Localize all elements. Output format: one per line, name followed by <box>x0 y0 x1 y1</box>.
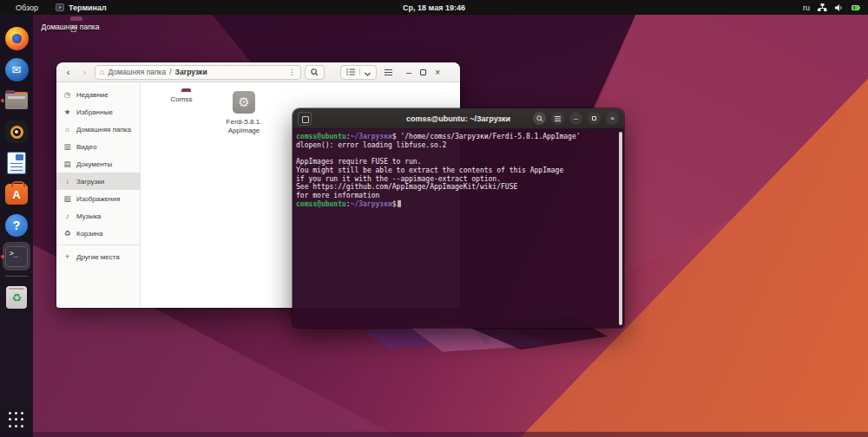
search-icon <box>536 115 543 122</box>
sidebar-item-label: Видео <box>76 143 96 151</box>
video-icon: ▥ <box>63 142 71 151</box>
download-icon: ↓ <box>63 177 71 186</box>
dock-separator <box>5 276 28 277</box>
sidebar-item-starred[interactable]: ★ Избранные <box>56 103 140 121</box>
terminal-line-output: dlopen(): error loading libfuse.so.2 <box>296 141 615 150</box>
terminal-line-output <box>296 149 615 158</box>
terminal-cursor <box>398 200 401 207</box>
sidebar-item-documents[interactable]: ▤ Документы <box>56 155 140 173</box>
terminal-line-command: comss@ubuntu:~/Загрузки$ '/home/comss/За… <box>296 133 615 141</box>
maximize-button[interactable] <box>588 112 601 125</box>
sidebar-item-label: Музыка <box>76 212 101 220</box>
terminal-header-bar: comss@ubuntu: ~/Загрузки – × <box>293 108 624 129</box>
terminal-search-button[interactable] <box>533 112 546 125</box>
files-sidebar: ◷ Недавние ★ Избранные ⌂ Домашняя папка … <box>56 82 141 307</box>
keyboard-layout-indicator[interactable]: ru <box>803 3 810 12</box>
sidebar-item-label: Недавние <box>76 91 108 99</box>
terminal-line-output: if you run it with the --appimage-extrac… <box>296 175 615 184</box>
thunderbird-icon: ✉ <box>5 58 29 82</box>
search-button[interactable] <box>305 65 325 80</box>
focused-app-menu[interactable]: > Терминал <box>56 3 107 12</box>
document-icon: ▤ <box>63 160 71 168</box>
dock-item-thunderbird[interactable]: ✉ <box>0 54 33 85</box>
sidebar-item-label: Корзина <box>76 230 102 238</box>
network-icon[interactable] <box>818 3 827 12</box>
sidebar-item-other-places[interactable]: + Другие места <box>56 248 140 265</box>
dock-item-files[interactable] <box>0 85 33 116</box>
sidebar-item-videos[interactable]: ▥ Видео <box>56 138 140 155</box>
help-icon: ? <box>5 214 28 237</box>
terminal-scrollbar[interactable] <box>619 132 622 325</box>
breadcrumb-current[interactable]: Загрузки <box>175 68 207 76</box>
terminal-content[interactable]: comss@ubuntu:~/Загрузки$ '/home/comss/За… <box>293 129 624 328</box>
desktop-home-folder[interactable]: ⌂ Домашняя папка <box>36 19 104 31</box>
sidebar-item-label: Избранные <box>76 108 113 116</box>
hamburger-menu-icon <box>555 116 561 121</box>
dock-item-ubuntu-software[interactable]: A <box>0 179 33 210</box>
dock-item-trash[interactable]: ♻ <box>0 282 33 313</box>
sidebar-item-label: Домашняя папка <box>76 126 131 134</box>
terminal-menu-button[interactable] <box>551 112 564 125</box>
hamburger-menu-icon[interactable] <box>380 65 396 80</box>
activities-button[interactable]: Обзор <box>10 2 43 14</box>
dock: ✉ A ? >_ ♻ <box>0 15 33 437</box>
files-header-bar: ‹ › ⌂ Домашняя папка / Загрузки ⋮ <box>56 62 460 82</box>
sidebar-item-recent[interactable]: ◷ Недавние <box>56 86 140 103</box>
sidebar-item-trash[interactable]: ♻ Корзина <box>56 225 140 242</box>
sidebar-item-pictures[interactable]: ▧ Изображения <box>56 190 140 207</box>
breadcrumb-separator: / <box>169 68 171 76</box>
terminal-line-output: AppImages require FUSE to run. <box>296 158 615 166</box>
file-item-ferdi-appimage[interactable]: ⚙ Ferdi-5.8.1. AppImage <box>219 91 269 134</box>
sidebar-item-music[interactable]: ♪ Музыка <box>56 207 140 225</box>
sidebar-item-label: Документы <box>76 160 112 168</box>
chevron-down-icon[interactable] <box>365 64 371 80</box>
back-button[interactable]: ‹ <box>62 66 75 79</box>
firefox-icon <box>5 27 29 50</box>
forward-button[interactable]: › <box>78 66 91 79</box>
home-icon: ⌂ <box>100 68 104 76</box>
battery-icon[interactable] <box>852 5 859 10</box>
dock-item-libreoffice-writer[interactable] <box>0 147 33 179</box>
star-icon: ★ <box>63 108 71 116</box>
terminal-window: comss@ubuntu: ~/Загрузки – × comss@ubunt… <box>293 108 624 328</box>
sidebar-item-home[interactable]: ⌂ Домашняя папка <box>56 121 140 138</box>
minimize-button[interactable]: – <box>569 112 582 125</box>
app-grid-button[interactable] <box>9 412 25 428</box>
dock-item-help[interactable]: ? <box>0 210 33 241</box>
top-bar: Обзор > Терминал Ср, 18 мая 19:46 ru <box>0 0 868 15</box>
search-icon <box>311 68 319 76</box>
maximize-button[interactable] <box>420 69 426 75</box>
ubuntu-software-icon: A <box>5 184 28 205</box>
volume-icon[interactable] <box>835 3 844 12</box>
terminal-title: comss@ubuntu: ~/Загрузки <box>406 114 510 123</box>
file-label: Ferdi-5.8.1. AppImage <box>219 118 269 134</box>
close-button[interactable]: × <box>606 112 619 125</box>
close-button[interactable]: × <box>435 68 440 77</box>
terminal-line-output: See https://github.com/AppImage/AppImage… <box>296 183 615 192</box>
breadcrumb[interactable]: ⌂ Домашняя папка / Загрузки ⋮ <box>95 65 301 80</box>
clock-icon: ◷ <box>63 90 71 99</box>
dock-item-firefox[interactable] <box>0 23 33 54</box>
home-icon: ⌂ <box>63 125 71 134</box>
sidebar-item-label: Изображения <box>76 195 120 203</box>
image-icon: ▧ <box>63 194 71 203</box>
view-toggle[interactable] <box>340 65 377 80</box>
trash-icon: ♻ <box>6 286 27 309</box>
breadcrumb-root[interactable]: Домашняя папка <box>108 68 166 76</box>
clock[interactable]: Ср, 18 мая 19:46 <box>403 3 465 12</box>
dock-item-rhythmbox[interactable] <box>0 116 33 147</box>
terminal-line-output: You might still be able to extract the c… <box>296 166 615 175</box>
dock-item-terminal[interactable]: >_ <box>0 241 33 272</box>
new-tab-button[interactable] <box>298 112 312 126</box>
executable-gear-icon: ⚙ <box>233 91 255 114</box>
sidebar-item-label: Загрузки <box>76 178 104 186</box>
terminal-line-prompt: comss@ubuntu:~/Загрузки$ <box>296 200 615 209</box>
minimize-button[interactable]: – <box>406 68 411 76</box>
running-indicator <box>1 255 4 258</box>
file-item-comss[interactable]: Comss <box>156 91 207 104</box>
sidebar-separator <box>56 245 140 245</box>
sidebar-item-downloads[interactable]: ↓ Загрузки <box>56 173 140 190</box>
list-view-icon[interactable] <box>346 68 360 75</box>
kebab-menu-icon[interactable]: ⋮ <box>288 68 296 76</box>
sidebar-item-label: Другие места <box>76 253 120 261</box>
